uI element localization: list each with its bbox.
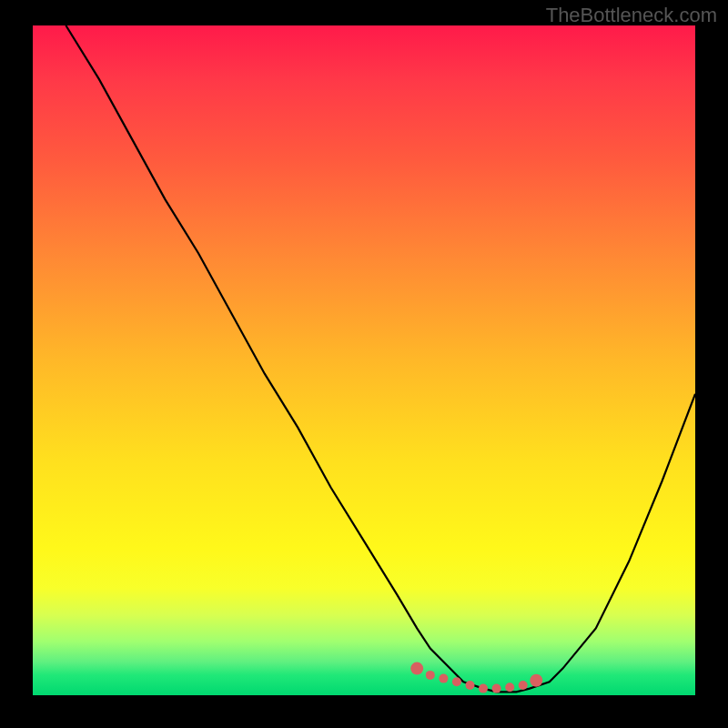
marker-group [410,662,542,693]
marker-point [530,674,542,687]
curve-path [66,25,695,692]
marker-point [519,681,528,690]
marker-point [439,674,448,683]
watermark-text: TheBottleneck.com [546,4,717,27]
plot-area [33,25,695,695]
marker-point [410,662,423,675]
marker-point [426,671,435,680]
marker-point [492,684,501,693]
marker-point [479,684,488,693]
chart-svg [33,25,695,695]
marker-point [505,682,514,692]
marker-point [452,677,461,686]
marker-point [466,681,475,690]
